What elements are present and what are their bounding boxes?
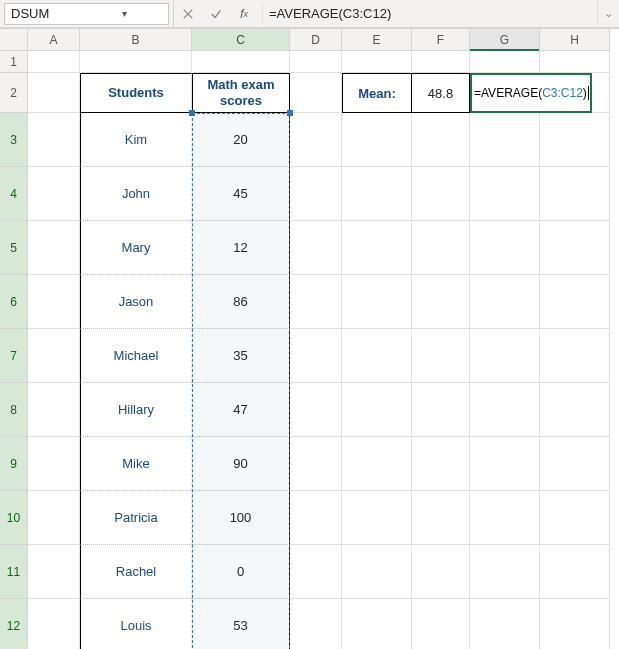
row-header-5[interactable]: 5 (0, 221, 28, 275)
row-header-11[interactable]: 11 (0, 545, 28, 599)
student-score[interactable]: 45 (192, 167, 290, 221)
chevron-down-icon[interactable]: ▾ (87, 8, 163, 19)
cell-B1[interactable] (80, 51, 192, 73)
cell-H11[interactable] (540, 545, 610, 599)
cell-D6[interactable] (290, 275, 342, 329)
cell-D1[interactable] (290, 51, 342, 73)
student-name[interactable]: Kim (80, 113, 192, 167)
row-header-6[interactable]: 6 (0, 275, 28, 329)
cell-A6[interactable] (28, 275, 80, 329)
row-header-3[interactable]: 3 (0, 113, 28, 167)
row-header-12[interactable]: 12 (0, 599, 28, 649)
formula-bar-input[interactable]: =AVERAGE(C3:C12) (262, 3, 597, 25)
row-header-9[interactable]: 9 (0, 437, 28, 491)
cell-H10[interactable] (540, 491, 610, 545)
cell-A2[interactable] (28, 73, 80, 113)
cell-G5[interactable] (470, 221, 540, 275)
cell-D3[interactable] (290, 113, 342, 167)
student-name[interactable]: Mary (80, 221, 192, 275)
student-score[interactable]: 35 (192, 329, 290, 383)
cell-G12[interactable] (470, 599, 540, 649)
cell-H1[interactable] (540, 51, 610, 73)
cell-H4[interactable] (540, 167, 610, 221)
cell-A11[interactable] (28, 545, 80, 599)
col-header-G[interactable]: G (470, 29, 540, 51)
row-header-4[interactable]: 4 (0, 167, 28, 221)
cell-H9[interactable] (540, 437, 610, 491)
cell-H6[interactable] (540, 275, 610, 329)
cell-D5[interactable] (290, 221, 342, 275)
col-header-A[interactable]: A (28, 29, 80, 51)
col-header-C[interactable]: C (192, 29, 290, 51)
cell-A12[interactable] (28, 599, 80, 649)
cell-E6[interactable] (342, 275, 412, 329)
cell-E9[interactable] (342, 437, 412, 491)
student-score[interactable]: 12 (192, 221, 290, 275)
active-cell-editor[interactable]: =AVERAGE(C3:C12) (470, 73, 592, 113)
cell-E12[interactable] (342, 599, 412, 649)
student-score[interactable]: 0 (192, 545, 290, 599)
cell-G6[interactable] (470, 275, 540, 329)
cell-F10[interactable] (412, 491, 470, 545)
table-header-students[interactable]: Students (80, 73, 192, 113)
mean-label-cell[interactable]: Mean: (342, 73, 412, 113)
cell-D2[interactable] (290, 73, 342, 113)
cell-D7[interactable] (290, 329, 342, 383)
cell-H12[interactable] (540, 599, 610, 649)
cell-G1[interactable] (470, 51, 540, 73)
spreadsheet-grid[interactable]: A B C D E F G H 1 2 Students Math exam s… (0, 28, 619, 649)
row-header-10[interactable]: 10 (0, 491, 28, 545)
student-name[interactable]: John (80, 167, 192, 221)
cell-G8[interactable] (470, 383, 540, 437)
cell-F9[interactable] (412, 437, 470, 491)
student-name[interactable]: Hillary (80, 383, 192, 437)
student-name[interactable]: Rachel (80, 545, 192, 599)
cell-H3[interactable] (540, 113, 610, 167)
cell-A10[interactable] (28, 491, 80, 545)
cell-A4[interactable] (28, 167, 80, 221)
name-box[interactable]: DSUM ▾ (4, 3, 169, 25)
student-score[interactable]: 47 (192, 383, 290, 437)
cancel-formula-button[interactable] (174, 0, 202, 27)
cell-G7[interactable] (470, 329, 540, 383)
row-header-8[interactable]: 8 (0, 383, 28, 437)
mean-value-cell[interactable]: 48.8 (412, 73, 470, 113)
cell-H8[interactable] (540, 383, 610, 437)
cell-G9[interactable] (470, 437, 540, 491)
cell-A1[interactable] (28, 51, 80, 73)
cell-F1[interactable] (412, 51, 470, 73)
cell-F6[interactable] (412, 275, 470, 329)
cell-A7[interactable] (28, 329, 80, 383)
cell-E8[interactable] (342, 383, 412, 437)
cell-H7[interactable] (540, 329, 610, 383)
cell-F8[interactable] (412, 383, 470, 437)
cell-A9[interactable] (28, 437, 80, 491)
col-header-D[interactable]: D (290, 29, 342, 51)
cell-F7[interactable] (412, 329, 470, 383)
cell-D9[interactable] (290, 437, 342, 491)
col-header-F[interactable]: F (412, 29, 470, 51)
table-header-scores[interactable]: Math exam scores (192, 73, 290, 113)
cell-A8[interactable] (28, 383, 80, 437)
col-header-B[interactable]: B (80, 29, 192, 51)
cell-E1[interactable] (342, 51, 412, 73)
cell-F11[interactable] (412, 545, 470, 599)
student-score[interactable]: 100 (192, 491, 290, 545)
student-name[interactable]: Louis (80, 599, 192, 649)
student-score[interactable]: 20 (192, 113, 290, 167)
enter-formula-button[interactable] (202, 0, 230, 27)
expand-formula-bar-button[interactable]: ⌄ (597, 0, 619, 27)
col-header-E[interactable]: E (342, 29, 412, 51)
cell-D8[interactable] (290, 383, 342, 437)
cell-E5[interactable] (342, 221, 412, 275)
cell-G3[interactable] (470, 113, 540, 167)
col-header-H[interactable]: H (540, 29, 610, 51)
cell-C1[interactable] (192, 51, 290, 73)
cell-D12[interactable] (290, 599, 342, 649)
cell-A5[interactable] (28, 221, 80, 275)
student-name[interactable]: Jason (80, 275, 192, 329)
cell-D10[interactable] (290, 491, 342, 545)
cell-H5[interactable] (540, 221, 610, 275)
cell-E10[interactable] (342, 491, 412, 545)
cell-A3[interactable] (28, 113, 80, 167)
